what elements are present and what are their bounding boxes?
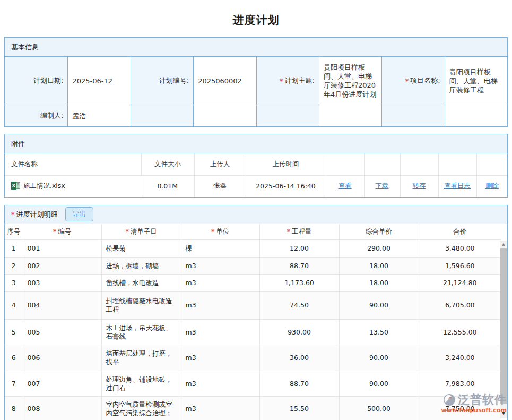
page-title: 进度计划 <box>4 0 508 37</box>
details-column-header: *工程量 <box>259 224 339 240</box>
detail-row: 1001松果菊棵12.00290.003,480.00 <box>5 240 501 258</box>
detail-cell: 13.50 <box>339 320 419 345</box>
detail-cell: 18.00 <box>339 258 419 275</box>
detail-cell: 74.50 <box>259 292 339 320</box>
details-header: * 进度计划明细 导出 <box>5 205 507 224</box>
required-marker: * <box>405 77 409 85</box>
attachments-column-header: 上传时间 <box>246 153 326 175</box>
detail-cell: 290.00 <box>339 240 419 258</box>
export-button[interactable]: 导出 <box>65 207 93 221</box>
detail-cell: 90.00 <box>339 345 419 371</box>
detail-cell: 凿线槽，水电改造 <box>101 275 181 292</box>
detail-cell: 1 <box>5 240 23 258</box>
details-column-header: 合价 <box>419 224 501 240</box>
detail-cell: 7,750.00 <box>419 397 501 420</box>
scroll-up-arrow-icon[interactable]: ▲ <box>500 241 507 248</box>
attachment-action-cell: 查看 <box>326 175 364 197</box>
detail-cell: 6,705.00 <box>419 292 501 320</box>
attachments-table: 文件名称文件大小上传人上传时间 X施工情况.xlsx0.01M张鑫2025-06… <box>5 153 507 197</box>
attachment-action-cell: 转存 <box>400 175 438 197</box>
detail-cell: 1,173.60 <box>259 275 339 292</box>
details-column-header: *单位 <box>181 224 259 240</box>
detail-cell: 3,480.00 <box>419 240 501 258</box>
detail-cell: 木工进场，吊天花板、石膏线 <box>101 320 181 345</box>
basic-info-field-label: *计划主题: <box>256 57 319 105</box>
detail-cell: 4 <box>5 292 23 320</box>
detail-row: 4004封埋线槽隐蔽水电改造工程m374.5090.006,705.00 <box>5 292 501 320</box>
detail-cell: 3,240.00 <box>419 345 501 371</box>
detail-row: 3003凿线槽，水电改造m31,173.6018.0021,124.80 <box>5 275 501 292</box>
detail-cell: 棵 <box>181 240 259 258</box>
detail-cell: m3 <box>181 320 259 345</box>
attachment-action-cell: 查看日志 <box>438 175 476 197</box>
detail-cell: m3 <box>181 345 259 371</box>
download-link[interactable]: 下载 <box>376 182 389 190</box>
excel-file-icon: X <box>11 181 20 192</box>
view-log-link[interactable]: 查看日志 <box>444 182 471 190</box>
detail-cell: 930.00 <box>259 320 339 345</box>
detail-cell: m3 <box>181 371 259 397</box>
attachments-column-header: 上传人 <box>194 153 246 175</box>
detail-row: 6006墙面基层处理，打磨，找平m336.0090.003,240.00 <box>5 345 501 371</box>
detail-cell: 1,596.60 <box>419 258 501 275</box>
basic-info-field-value <box>319 105 381 126</box>
delete-link[interactable]: 删除 <box>485 182 499 190</box>
basic-info-field-label: 计划日期: <box>5 57 67 105</box>
page: 进度计划 基本信息 计划日期:2025-06-12计划编号:2025060002… <box>0 0 512 420</box>
detail-cell: 15.50 <box>259 397 339 420</box>
scrollbar-thumb[interactable] <box>500 248 507 404</box>
basic-info-section: 基本信息 计划日期:2025-06-12计划编号:2025060002*计划主题… <box>4 37 508 127</box>
attachment-file-cell: X施工情况.xlsx <box>5 176 141 197</box>
details-table-wrapper: 序号*编号*清单子目*单位*工程量综合单价合价 1001松果菊棵12.00290… <box>5 224 507 420</box>
details-column-header: 综合单价 <box>339 224 419 240</box>
detail-cell: 墙面基层处理，打磨，找平 <box>101 345 181 371</box>
detail-cell: m3 <box>181 275 259 292</box>
detail-cell: m3 <box>181 258 259 275</box>
attachment-action-cell: 删除 <box>476 175 507 197</box>
detail-cell: 90.00 <box>339 292 419 320</box>
attachments-column-header: 文件名称 <box>5 153 141 175</box>
detail-cell: 2 <box>5 258 23 275</box>
detail-cell: 006 <box>23 345 101 371</box>
required-marker: * <box>280 77 283 85</box>
detail-cell: 松果菊 <box>101 240 181 258</box>
basic-info-field-value: 贵阳项目样板间、大堂、电梯厅装修工程2020年4月份进度计划 <box>319 57 381 105</box>
svg-text:X: X <box>12 183 15 188</box>
attachments-section: 附件 文件名称文件大小上传人上传时间 X施工情况.xlsx0.01M张鑫2025… <box>4 134 508 198</box>
detail-cell: 36.00 <box>259 345 339 371</box>
detail-cell: 6 <box>5 345 23 371</box>
basic-info-field-label <box>256 105 319 126</box>
view-link[interactable]: 查看 <box>339 182 352 190</box>
detail-cell: m3 <box>181 397 259 420</box>
attachments-header: 附件 <box>5 134 507 153</box>
detail-cell: 90.00 <box>339 371 419 397</box>
required-marker: * <box>211 227 214 235</box>
basic-info-field-value: 贵阳项目样板间、大堂、电梯厅装修工程 <box>445 57 507 105</box>
detail-row: 8008室内空气质量检测或室内空气污染综合治理；m315.50500.007,7… <box>5 397 501 420</box>
detail-row: 2002进场，拆墙，砌墙m388.7018.001,596.60 <box>5 258 501 275</box>
detail-cell: 88.70 <box>259 258 339 275</box>
transfer-save-link[interactable]: 转存 <box>413 182 426 190</box>
attachments-column-header <box>438 153 476 175</box>
required-marker: * <box>287 227 290 235</box>
attachment-action-cell: 下载 <box>364 175 400 197</box>
attachment-file-name: 施工情况.xlsx <box>23 182 65 191</box>
basic-info-field-label <box>131 105 193 126</box>
detail-cell: 12.00 <box>259 240 339 258</box>
attachment-row: X施工情况.xlsx0.01M张鑫2025-06-14 16:40查看下载转存查… <box>5 175 507 197</box>
basic-info-field-value <box>193 105 256 126</box>
detail-cell: 18.00 <box>339 275 419 292</box>
scroll-down-arrow-icon[interactable]: ▼ <box>500 411 507 416</box>
attachments-column-header <box>400 153 438 175</box>
attachments-column-header <box>326 153 364 175</box>
attachments-column-header: 文件大小 <box>141 153 194 175</box>
detail-cell: 500.00 <box>339 397 419 420</box>
detail-cell: 处理边角、铺设地砖，过门石 <box>101 371 181 397</box>
details-section: * 进度计划明细 导出 序号*编号*清单子目*单位*工程量综合单价合价 1001… <box>4 205 508 420</box>
detail-cell: 8 <box>5 397 23 420</box>
basic-info-field-label: *项目名称: <box>381 57 444 105</box>
detail-cell: 005 <box>23 320 101 345</box>
attachment-upload-time: 2025-06-14 16:40 <box>246 175 326 197</box>
details-column-header: *清单子目 <box>101 224 181 240</box>
vertical-scrollbar[interactable]: ▲ ▼ <box>500 241 507 418</box>
